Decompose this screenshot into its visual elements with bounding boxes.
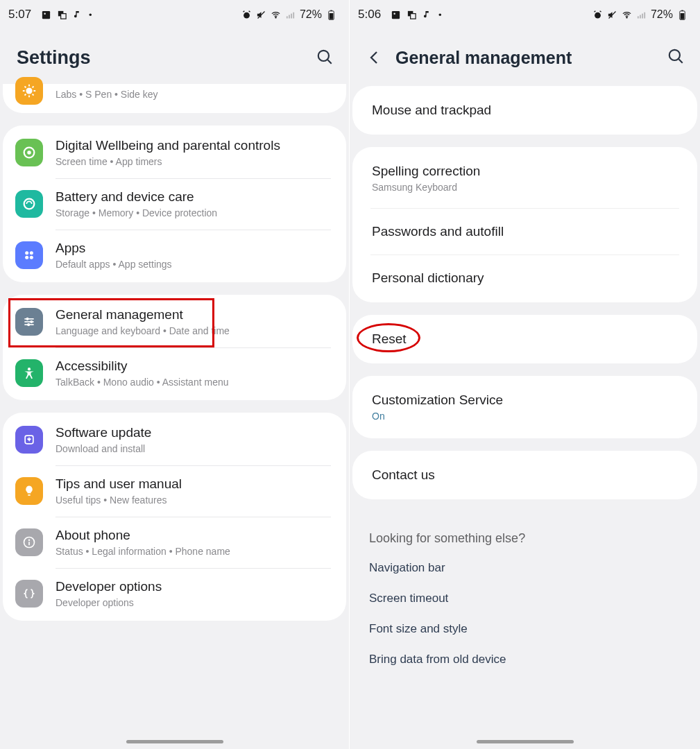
svg-rect-43: [638, 16, 639, 18]
settings-item-sliders[interactable]: General managementLanguage and keyboard …: [3, 296, 346, 347]
item-title: Digital Wellbeing and parental controls: [56, 138, 334, 153]
svg-point-50: [669, 50, 680, 60]
item-title: Battery and device care: [56, 189, 334, 205]
item-subtitle: Screen time • App timers: [56, 156, 334, 167]
search-icon[interactable]: [667, 47, 685, 68]
gm-item[interactable]: Customization ServiceOn: [352, 377, 697, 437]
item-subtitle: Labs • S Pen • Side key: [56, 89, 334, 100]
settings-item-tips[interactable]: Tips and user manualUseful tips • New fe…: [3, 465, 346, 517]
mute-icon: [256, 10, 266, 20]
svg-point-23: [30, 256, 33, 259]
a11y-icon: [15, 359, 43, 387]
item-subtitle: Developer options: [56, 597, 334, 608]
settings-item-wellbeing[interactable]: Digital Wellbeing and parental controlsS…: [3, 127, 346, 178]
svg-point-4: [244, 12, 250, 18]
nav-handle[interactable]: [126, 740, 223, 743]
svg-rect-9: [291, 13, 292, 18]
svg-point-25: [26, 318, 28, 320]
settings-item-about[interactable]: About phoneStatus • Legal information • …: [3, 517, 346, 568]
svg-rect-8: [289, 15, 290, 18]
svg-rect-10: [293, 12, 294, 18]
gm-group: Reset: [352, 315, 697, 363]
settings-group-advanced: Labs • S Pen • Side key: [3, 84, 346, 113]
image-icon: [41, 10, 51, 20]
more-dot-icon: •: [438, 10, 442, 20]
item-title: Customization Service: [372, 393, 678, 408]
gm-item[interactable]: Reset: [352, 316, 697, 362]
settings-item-update[interactable]: Software updateDownload and install: [3, 414, 346, 465]
item-title: Passwords and autofill: [372, 224, 678, 239]
battery-icon: [15, 190, 43, 218]
gm-header: General management: [350, 25, 700, 86]
svg-point-34: [28, 539, 31, 541]
item-title: About phone: [56, 528, 334, 543]
tips-icon: [15, 477, 43, 505]
nav-handle[interactable]: [477, 740, 574, 743]
looking-header: Looking for something else?: [350, 512, 700, 553]
gm-item[interactable]: Mouse and trackpad: [352, 87, 697, 133]
alarm-icon: [241, 10, 252, 20]
settings-item-apps[interactable]: AppsDefault apps • App settings: [3, 230, 346, 281]
gm-group: Contact us: [352, 451, 697, 499]
signal-icon: [285, 10, 296, 20]
svg-point-22: [25, 256, 28, 259]
settings-item-dev[interactable]: Developer optionsDeveloper options: [3, 568, 346, 619]
item-title: General management: [56, 307, 334, 322]
item-title: Reset: [372, 332, 678, 347]
svg-rect-0: [42, 10, 50, 18]
suggestion-link[interactable]: Screen timeout: [350, 583, 700, 614]
svg-rect-49: [681, 13, 685, 19]
settings-item-advanced[interactable]: Labs • S Pen • Side key: [3, 84, 346, 112]
dev-icon: [15, 580, 43, 608]
signal-icon: [636, 10, 647, 20]
svg-point-18: [27, 150, 31, 155]
svg-rect-39: [411, 13, 416, 19]
search-icon[interactable]: [316, 48, 334, 69]
about-icon: [15, 528, 43, 556]
back-button[interactable]: [366, 49, 383, 66]
svg-point-20: [25, 251, 28, 255]
page-title: Settings: [17, 47, 91, 69]
svg-point-27: [30, 320, 33, 323]
settings-header: Settings: [0, 25, 349, 87]
svg-rect-12: [330, 10, 332, 10]
wifi-icon: [622, 10, 632, 20]
svg-rect-36: [392, 10, 400, 18]
gm-group: Customization ServiceOn: [352, 376, 697, 438]
suggestion-link[interactable]: Navigation bar: [350, 553, 700, 583]
item-subtitle: Download and install: [56, 443, 334, 454]
svg-rect-7: [287, 16, 288, 18]
battery-pct: 72%: [300, 8, 322, 21]
svg-rect-13: [330, 13, 334, 19]
item-title: Developer options: [56, 579, 334, 594]
gm-group: Spelling correctionSamsung KeyboardPassw…: [352, 147, 697, 302]
update-icon: [15, 426, 43, 454]
phone-settings: 5:07 • 72% Settings: [0, 0, 350, 749]
settings-group: Digital Wellbeing and parental controlsS…: [3, 126, 346, 282]
battery-pct: 72%: [651, 8, 673, 21]
item-title: Mouse and trackpad: [372, 103, 678, 118]
suggestion-link[interactable]: Font size and style: [350, 614, 700, 644]
suggestion-link[interactable]: Bring data from old device: [350, 644, 700, 675]
svg-point-1: [44, 12, 46, 15]
svg-point-6: [275, 17, 276, 17]
gm-item[interactable]: Passwords and autofill: [352, 209, 697, 255]
item-subtitle: Storage • Memory • Device protection: [56, 207, 334, 218]
settings-group: General managementLanguage and keyboard …: [3, 295, 346, 400]
gm-item[interactable]: Spelling correctionSamsung Keyboard: [352, 148, 697, 208]
phone-general-management: 5:06 • 72% General management Mo: [350, 0, 700, 749]
svg-line-15: [327, 60, 331, 63]
wifi-icon: [271, 10, 281, 20]
item-title: Spelling correction: [372, 164, 678, 179]
settings-item-a11y[interactable]: AccessibilityTalkBack • Mono audio • Ass…: [3, 347, 346, 399]
item-subtitle: Useful tips • New features: [56, 494, 334, 506]
sliders-icon: [15, 308, 43, 336]
svg-point-42: [626, 17, 627, 17]
gm-item[interactable]: Contact us: [352, 452, 697, 498]
screenshot-icon: [57, 10, 67, 20]
gm-group: Mouse and trackpad: [352, 86, 697, 135]
gm-item[interactable]: Personal dictionary: [352, 255, 697, 301]
svg-point-16: [26, 87, 32, 94]
settings-item-battery[interactable]: Battery and device careStorage • Memory …: [3, 178, 346, 230]
wellbeing-icon: [15, 139, 43, 166]
